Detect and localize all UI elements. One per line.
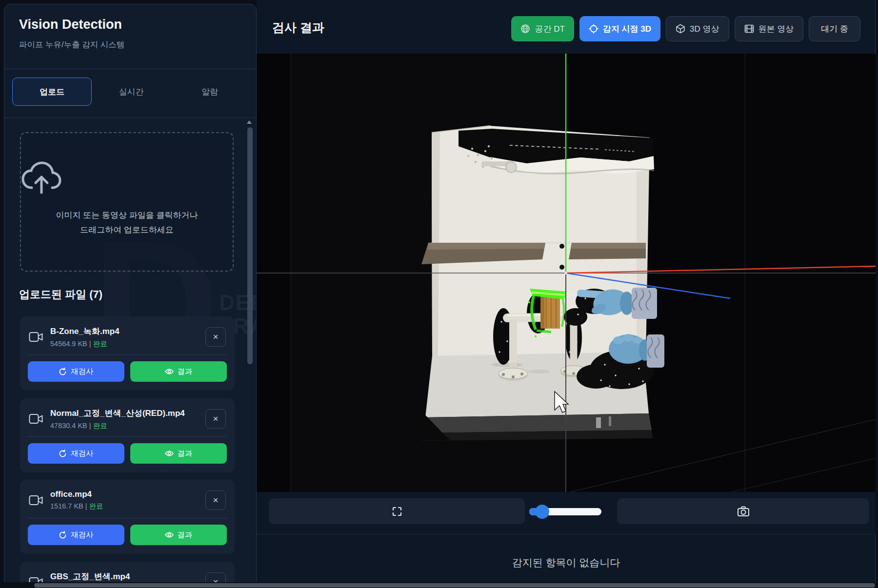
app-title: Vision Detection xyxy=(19,17,122,32)
file-texts: office.mp4 1516.7 KB | 완료 xyxy=(50,490,205,511)
refresh-icon xyxy=(59,450,67,458)
divider xyxy=(28,518,227,518)
snapshot-button[interactable] xyxy=(617,498,869,524)
divider xyxy=(28,436,227,437)
app-window: D DEE TRA Vision Detection 파이프 누유/누출 감지 … xyxy=(0,0,878,588)
meta-separator: | xyxy=(89,340,91,348)
remove-file-button[interactable]: × xyxy=(205,490,226,510)
file-card: B-Zone_녹화.mp4 54564.9 KB | 완료 × 재검사 xyxy=(20,316,235,391)
file-actions: 재검사 결과 xyxy=(28,443,227,464)
remove-file-button[interactable]: × xyxy=(205,327,226,347)
space-dt-button[interactable]: 공간 DT xyxy=(511,16,574,41)
file-info-row: B-Zone_녹화.mp4 54564.9 KB | 완료 × xyxy=(29,324,226,350)
view-mode-buttons: 공간 DT 감지 시점 3D 3D 영상 xyxy=(511,16,860,41)
file-status: 완료 xyxy=(93,340,107,348)
crosshair-icon xyxy=(589,24,599,34)
dropzone-instructions: 이미지 또는 동영상 파일을 클릭하거나 드래그하여 업로드하세요 xyxy=(21,208,233,237)
file-size: 1516.7 KB xyxy=(50,502,83,510)
video-file-icon xyxy=(29,413,43,425)
video-3d-button[interactable]: 3D 영상 xyxy=(666,16,729,41)
result-button[interactable]: 결과 xyxy=(130,361,227,382)
file-card: office.mp4 1516.7 KB | 완료 × 재검사 xyxy=(20,480,235,554)
file-name: office.mp4 xyxy=(50,490,205,499)
refresh-icon xyxy=(59,368,67,376)
file-meta: 47830.4 KB | 완료 xyxy=(50,421,205,431)
eye-icon xyxy=(165,531,174,538)
remove-file-button[interactable]: × xyxy=(205,409,226,429)
fullscreen-button[interactable] xyxy=(269,498,525,524)
close-icon: × xyxy=(213,413,218,424)
file-texts: Normal_고정_변색_산성(RED).mp4 47830.4 KB | 완료 xyxy=(50,408,205,431)
recheck-button[interactable]: 재검사 xyxy=(28,361,124,382)
video-file-icon xyxy=(29,494,43,506)
point-size-slider[interactable] xyxy=(529,498,607,524)
file-name: GBS_고정_변색.mp4 xyxy=(50,571,205,582)
file-actions: 재검사 결과 xyxy=(28,525,227,545)
refresh-icon xyxy=(59,531,67,539)
3d-scene xyxy=(257,54,876,492)
file-info-row: Normal_고정_변색_산성(RED).mp4 47830.4 KB | 완료… xyxy=(29,406,226,431)
film-icon xyxy=(744,24,754,34)
tab-realtime[interactable]: 실시간 xyxy=(92,78,170,106)
tab-upload[interactable]: 업로드 xyxy=(12,78,92,106)
meta-separator: | xyxy=(85,502,87,510)
no-detections-message: 감지된 항목이 없습니다 xyxy=(257,556,876,569)
3d-viewport[interactable] xyxy=(257,54,876,492)
uploaded-files-heading: 업로드된 파일 (7) xyxy=(19,287,102,302)
result-button[interactable]: 결과 xyxy=(130,525,227,545)
meta-separator: | xyxy=(89,422,91,430)
video-file-icon xyxy=(29,331,43,343)
recheck-button[interactable]: 재검사 xyxy=(28,525,124,545)
divider xyxy=(28,354,227,355)
file-status: 완료 xyxy=(93,422,107,430)
file-info-row: office.mp4 1516.7 KB | 완료 × xyxy=(29,488,226,513)
horizontal-scrollbar[interactable] xyxy=(34,583,875,588)
app-subtitle: 파이프 누유/누출 감지 시스템 xyxy=(19,39,124,50)
divider xyxy=(4,118,256,118)
sidebar-tabs: 업로드 실시간 알람 xyxy=(12,78,249,106)
file-name: Normal_고정_변색_산성(RED).mp4 xyxy=(50,408,205,419)
viewer-controls xyxy=(257,492,876,534)
file-actions: 재검사 결과 xyxy=(28,361,227,382)
sidebar: D DEE TRA Vision Detection 파이프 누유/누출 감지 … xyxy=(4,4,257,588)
eye-icon xyxy=(165,450,174,457)
fullscreen-icon xyxy=(391,506,403,517)
scrollbar-up-arrow[interactable] xyxy=(247,120,252,124)
cube-icon xyxy=(676,24,685,34)
tab-alarm[interactable]: 알람 xyxy=(171,78,249,106)
slider-thumb[interactable] xyxy=(535,505,549,519)
file-card: Normal_고정_변색_산성(RED).mp4 47830.4 KB | 완료… xyxy=(20,398,235,472)
file-meta: 54564.9 KB | 완료 xyxy=(50,339,205,349)
upload-dropzone[interactable]: 이미지 또는 동영상 파일을 클릭하거나 드래그하여 업로드하세요 xyxy=(20,132,234,272)
sidebar-scrollbar[interactable] xyxy=(247,127,253,364)
file-meta: 1516.7 KB | 완료 xyxy=(50,502,205,511)
recheck-button[interactable]: 재검사 xyxy=(28,443,124,464)
eye-icon xyxy=(165,368,174,375)
cloud-upload-icon xyxy=(21,161,233,196)
globe-icon xyxy=(520,24,530,34)
close-icon: × xyxy=(213,495,218,506)
file-size: 47830.4 KB xyxy=(50,422,87,430)
file-status: 완료 xyxy=(89,502,103,510)
file-texts: B-Zone_녹화.mp4 54564.9 KB | 완료 xyxy=(50,326,205,349)
main-panel: 검사 결과 공간 DT 감지 시점 3D xyxy=(257,0,876,588)
close-icon: × xyxy=(213,332,218,342)
file-name: B-Zone_녹화.mp4 xyxy=(50,326,205,337)
status-waiting-badge: 대기 중 xyxy=(809,16,860,41)
file-size: 54564.9 KB xyxy=(50,340,87,348)
original-video-button[interactable]: 원본 영상 xyxy=(735,16,804,41)
result-button[interactable]: 결과 xyxy=(130,443,227,464)
divider xyxy=(4,69,256,69)
results-title: 검사 결과 xyxy=(272,20,324,36)
camera-icon xyxy=(737,506,750,517)
detection-view-3d-button[interactable]: 감지 시점 3D xyxy=(579,16,660,41)
